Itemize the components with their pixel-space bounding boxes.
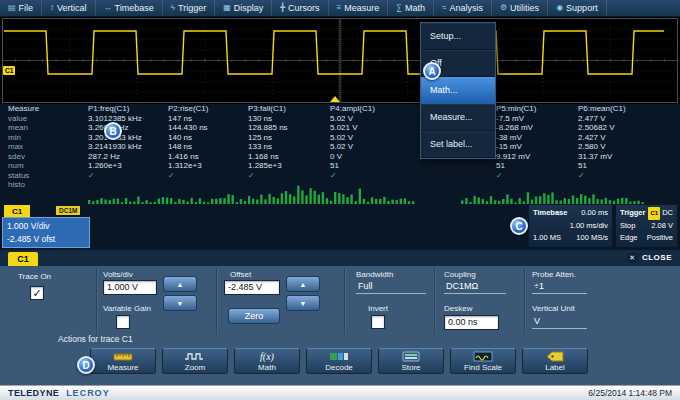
measure-cell: -8.268 mV [496, 123, 578, 133]
menu-item-utilities[interactable]: ⚙Utilities [492, 0, 548, 16]
zero-button[interactable]: Zero [228, 308, 280, 324]
menu-item-label: Timebase [115, 3, 154, 13]
measure-cell: 140 ns [168, 133, 248, 143]
channel-vdiv-value: 1.000 V/div [7, 220, 85, 233]
trace-on-checkbox[interactable] [30, 286, 44, 300]
coupling-select[interactable]: DC1MΩ [444, 280, 506, 294]
measure-row-label: status [8, 171, 88, 181]
close-button[interactable]: ✕ CLOSE [627, 252, 672, 263]
bandwidth-select[interactable]: Full [356, 280, 426, 294]
measure-status-ok: ✓ [578, 171, 680, 181]
action-buttons: MeasureZoomf(x)MathDecodeStoreFind Scale… [90, 348, 588, 374]
menu-item-cursors[interactable]: ╋Cursors [272, 0, 328, 16]
deskew-label: Deskew [444, 304, 472, 313]
action-button-measure[interactable]: Measure [90, 348, 156, 374]
offset-up-button[interactable]: ▲ [286, 276, 320, 292]
measure-row-label: histo [8, 180, 88, 204]
menu-item-vertical[interactable]: ↕Vertical [42, 0, 96, 16]
menu-item-file[interactable]: ▤File [0, 0, 42, 16]
volts-div-input[interactable]: 1.000 V [103, 280, 157, 295]
trigger-position-marker[interactable] [330, 96, 340, 102]
invert-checkbox[interactable] [371, 315, 385, 329]
measure-cell: 3.2604 kHz [88, 123, 168, 133]
action-button-zoom[interactable]: Zoom [162, 348, 228, 374]
timebase-descriptor-box[interactable]: Timebase 0.00 ms 1.00 ms/div 1.00 MS 100… [528, 204, 613, 248]
variable-gain-checkbox[interactable] [116, 315, 130, 329]
action-button-label: Label [545, 363, 565, 372]
trigger-descriptor-box[interactable]: Trigger C1 DC Stop 2.08 V Edge Positive [615, 204, 678, 248]
callout-d: D [77, 356, 95, 374]
probe-atten-select[interactable]: ÷1 [532, 280, 587, 294]
action-button-store[interactable]: Store [378, 348, 444, 374]
menu-bar: ▤File↕Vertical↔TimebaseϟTrigger▦Display╋… [0, 0, 680, 17]
menu-item-label: File [19, 3, 34, 13]
measure-column-header[interactable]: P2:rise(C1) [168, 104, 248, 114]
volts-div-down-button[interactable]: ▼ [163, 295, 197, 311]
volts-div-label: Volts/div [103, 270, 133, 279]
offset-input[interactable]: -2.485 V [224, 280, 280, 295]
decode-icon [329, 351, 349, 363]
trace-on-label: Trace On [18, 272, 51, 281]
display-icon: ▦ [223, 4, 231, 12]
action-button-label: Decode [325, 363, 353, 372]
analysis-menu-item-setup[interactable]: Setup... [421, 23, 495, 50]
measure-column-header[interactable]: P1:freq(C1) [88, 104, 168, 114]
oscilloscope-screen: ▤File↕Vertical↔TimebaseϟTrigger▦Display╋… [0, 0, 680, 400]
channel-descriptor-box[interactable]: 1.000 V/div -2.485 V ofst [2, 217, 90, 248]
channel-setup-dialog: C1 ✕ CLOSE Trace On Volts/div 1.000 V ▲ … [0, 250, 680, 385]
menu-item-analysis[interactable]: ≈Analysis [434, 0, 492, 16]
measure-cell: 31.37 mV [578, 152, 680, 162]
channel-tab-c1[interactable]: C1 [4, 205, 30, 217]
analysis-menu-item-math[interactable]: Math... [421, 77, 495, 104]
menu-item-measure[interactable]: ≡Measure [329, 0, 389, 16]
teledyne-lecroy-logo: TELEDYNE LECROY [8, 388, 110, 398]
measure-histograms [88, 180, 648, 204]
analysis-menu-item-set-label[interactable]: Set label... [421, 131, 495, 158]
vertical-icon: ↕ [50, 4, 54, 12]
menu-item-trigger[interactable]: ϟTrigger [163, 0, 215, 16]
menu-item-timebase[interactable]: ↔Timebase [96, 0, 163, 16]
measure-cell: 1.168 ns [248, 152, 330, 162]
measure-cell: 1.312e+3 [168, 161, 248, 171]
measure-cell: 51 [496, 161, 578, 171]
variable-gain-label: Variable Gain [103, 304, 151, 313]
menu-item-math[interactable]: ∑Math [388, 0, 434, 16]
action-button-decode[interactable]: Decode [306, 348, 372, 374]
measure-column-header[interactable]: P3:fall(C1) [248, 104, 330, 114]
trigger-mode-label: Stop [620, 220, 635, 233]
action-button-label: Zoom [185, 363, 205, 372]
menu-item-display[interactable]: ▦Display [215, 0, 272, 16]
vertical-unit-select[interactable]: V [532, 315, 587, 329]
waveform-grid [2, 18, 678, 103]
measure-cell: 147 ns [168, 114, 248, 124]
measure-row-label: max [8, 142, 88, 152]
measure-column-header[interactable]: P5:min(C1) [496, 104, 578, 114]
actions-for-trace-label: Actions for trace C1 [58, 334, 133, 344]
timebase-label: Timebase [533, 207, 567, 220]
store-icon [401, 351, 421, 363]
channel-position-marker[interactable]: C1 [3, 66, 15, 75]
action-button-find-scale[interactable]: Find Scale [450, 348, 516, 374]
brand-lecroy: LECROY [66, 388, 110, 398]
bandwidth-label: Bandwidth [356, 270, 393, 279]
dialog-tab-strip: C1 ✕ CLOSE [0, 250, 680, 266]
dialog-body: Trace On Volts/div 1.000 V ▲ ▼ Variable … [0, 266, 680, 385]
deskew-input[interactable]: 0.00 ns [444, 315, 499, 330]
trigger-level: 2.08 V [651, 220, 673, 233]
file-icon: ▤ [8, 4, 16, 12]
analysis-menu-item-measure[interactable]: Measure... [421, 104, 495, 131]
trigger-slope: Positive [647, 232, 673, 245]
measure-row-label: value [8, 114, 88, 124]
measure-status-ok: ✓ [168, 171, 248, 181]
menu-item-label: Support [566, 3, 598, 13]
measure-cell: -15 mV [496, 142, 578, 152]
measure-column-header[interactable]: P6:mean(C1) [578, 104, 680, 114]
callout-b: B [104, 122, 122, 140]
offset-down-button[interactable]: ▼ [286, 295, 320, 311]
action-button-math[interactable]: f(x)Math [234, 348, 300, 374]
menu-item-support[interactable]: ◉Support [548, 0, 607, 16]
volts-div-up-button[interactable]: ▲ [163, 276, 197, 292]
action-button-label[interactable]: Label [522, 348, 588, 374]
dialog-tab-c1[interactable]: C1 [8, 252, 38, 266]
measure-status-ok: ✓ [496, 171, 578, 181]
